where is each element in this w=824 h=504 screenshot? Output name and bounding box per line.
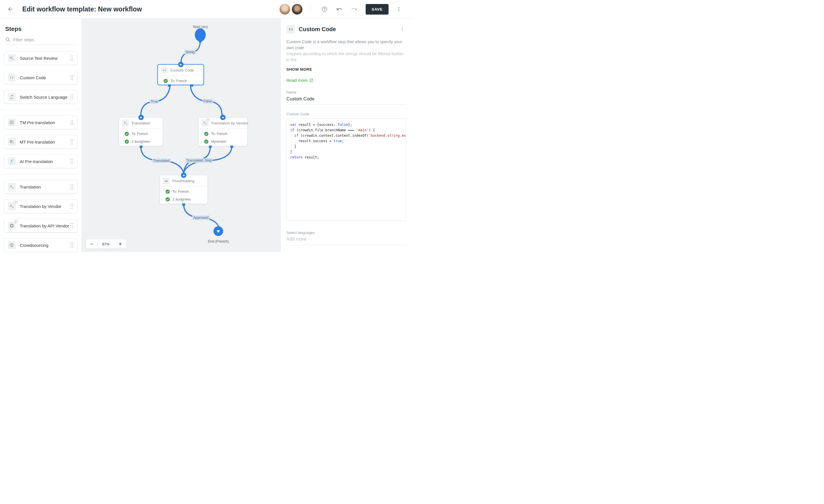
translation-icon: AV [201,120,208,126]
description-line: snippets according to which the strings … [286,51,406,63]
start-node-port [199,40,202,42]
step-label: Crowdsourcing [20,243,48,248]
drag-handle-icon[interactable] [70,139,74,145]
custom-code-field-label: Custom Code [286,112,406,116]
add-language-input[interactable] [286,235,406,245]
output-port[interactable] [182,203,185,206]
zoom-in-button[interactable]: + [114,239,126,248]
node-detail-row: To: French [158,77,203,85]
translation-icon: AV [8,202,16,210]
output-port[interactable] [190,84,193,87]
avatar[interactable] [280,4,290,15]
panel-title: Custom Code [299,26,336,33]
external-link-icon [309,78,313,82]
step-card-switch-source-language[interactable]: Switch Source Language [4,90,78,104]
step-card-mt-pre-translation[interactable]: GAMT Pre-translation [4,135,78,149]
vendor-badge: V [206,118,210,121]
step-card-custom-code[interactable]: Custom Code [4,71,78,84]
drag-handle-icon[interactable] [70,222,74,229]
show-more-button[interactable]: SHOW MORE [286,67,312,72]
step-description: Custom Code is a workflow step that allo… [286,39,406,63]
drag-handle-icon[interactable] [70,119,74,125]
help-button[interactable] [320,4,329,14]
node-detail-text: To: French [211,132,227,136]
edge-arrow-marker [181,173,187,178]
step-label: Translation by Vendor [20,204,61,209]
drag-handle-icon[interactable] [70,74,74,81]
zoom-out-button[interactable]: − [86,239,97,248]
workflow-editor-app: Edit workflow template: New workflow SAV… [0,0,412,252]
language-row-french: French [286,250,406,252]
step-card-translation-by-api-vendor[interactable]: VTranslation by API Vendor [4,219,78,232]
check-circle-icon [124,131,129,136]
drag-handle-icon[interactable] [70,94,74,100]
drag-handle-icon[interactable] [70,203,74,209]
drag-handle-icon[interactable] [70,158,74,165]
drag-handle-icon[interactable] [70,242,74,248]
step-card-translation[interactable]: ATranslation [4,180,78,194]
output-port[interactable] [140,145,142,148]
filter-steps-input[interactable] [13,37,70,42]
select-languages-label: Select languages [286,230,406,235]
mt-pretranslation-icon: GA [8,138,16,146]
drag-handle-icon[interactable] [70,184,74,190]
step-card-ai-pre-translation[interactable]: AI Pre-translation [4,155,78,168]
workflow-node-proofreading[interactable]: ProofreadingTo: French2 assignees [160,175,208,204]
undo-button[interactable] [334,4,344,14]
output-port[interactable] [209,145,212,148]
output-port[interactable] [168,84,171,87]
panel-more-options-button[interactable] [398,25,406,33]
workflow-node-custom-code[interactable]: Custom CodeTo: French [158,64,204,85]
step-card-translation-by-vendor[interactable]: AVTranslation by Vendor [4,199,78,213]
output-port[interactable] [230,145,233,148]
code-line: } [290,149,403,155]
svg-text:A: A [205,123,207,125]
redo-icon [351,6,357,12]
edge-approved-to-end [184,204,218,226]
node-detail-text: To: French [173,190,189,194]
node-detail-row: 2 assignees [119,137,163,145]
switch-source-language-icon [8,93,16,101]
node-detail-text: To: French [171,79,187,83]
custom-code-icon [8,74,16,82]
step-label: Switch Source Language [20,95,68,100]
code-editor[interactable]: var result = {success: false};if (crowdi… [286,118,406,221]
step-label: TM Pre-translation [20,120,55,125]
plus-icon: + [118,241,122,247]
node-title: Custom Code [170,68,194,72]
end-node-label: End (French) [208,239,229,243]
translation-icon: A [8,183,16,191]
code-line: result.success = true; [290,138,403,144]
avatar[interactable] [292,4,302,15]
start-node[interactable] [195,28,206,41]
redo-button[interactable] [349,4,359,14]
node-detail-row: To: French [119,130,163,137]
code-line: if (crowdin.file.branchName === 'main') … [290,127,403,133]
check-circle-icon [204,131,209,136]
page-title: Edit workflow template: New workflow [22,5,142,13]
drag-handle-icon[interactable] [70,55,74,61]
code-line: } [290,144,403,149]
step-card-tm-pre-translation[interactable]: TM Pre-translation [4,116,78,129]
edge-label-approved: Approved [192,215,209,220]
gear-icon: V [8,222,16,230]
workflow-canvas[interactable]: Start (en) End (French) Custom CodeTo: F… [82,19,280,252]
step-label: Translation [20,185,41,189]
step-card-source-text-review[interactable]: Source Text Review [4,51,78,65]
save-button[interactable]: SAVE [366,4,389,15]
name-input[interactable] [286,94,406,105]
edge-arrow-marker [178,62,183,67]
code-line: return result; [290,155,403,160]
workflow-node-translation-by-vendor[interactable]: AVTranslation by VendorTo: FrenchMyvendo… [198,117,247,146]
edge-label-false: False [203,99,213,104]
read-more-label: Read more [286,78,308,83]
ai-pretranslation-icon [8,157,16,165]
step-card-crowdsourcing[interactable]: Crowdsourcing [4,238,78,252]
back-button[interactable] [6,5,14,13]
check-circle-icon [166,189,170,194]
read-more-link[interactable]: Read more [286,78,313,83]
more-options-button[interactable] [394,4,404,14]
workflow-node-translation[interactable]: ATranslationTo: French2 assignees [119,117,163,146]
name-field-label: Name [286,90,406,94]
node-title: Translation [131,121,150,125]
